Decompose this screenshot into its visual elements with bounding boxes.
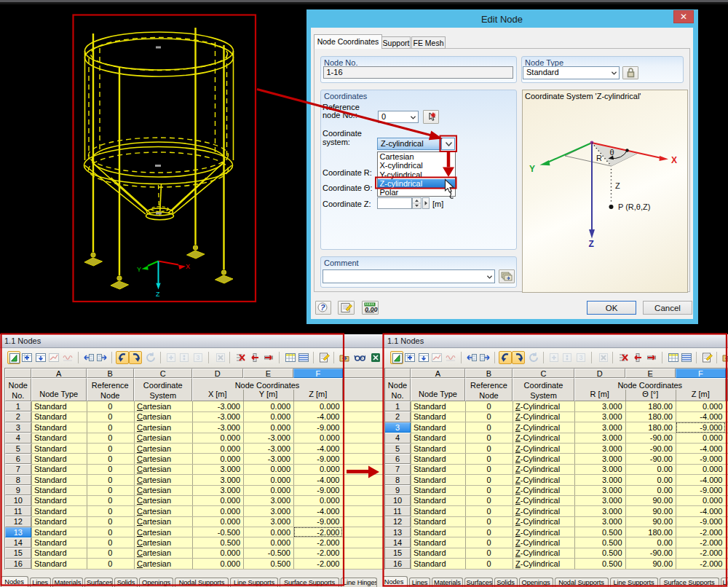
svg-text:Z: Z <box>156 291 160 298</box>
svg-text:X: X <box>671 155 677 165</box>
svg-text:Y: Y <box>529 164 535 174</box>
svg-text:3: 3 <box>196 354 199 361</box>
svg-text:θ: θ <box>610 148 614 157</box>
svg-text:0.00: 0.00 <box>365 306 378 313</box>
svg-text:R: R <box>596 154 602 162</box>
svg-text:X: X <box>186 263 190 270</box>
svg-text:3: 3 <box>579 354 582 361</box>
svg-text:P (R,θ,Z): P (R,θ,Z) <box>618 202 650 211</box>
svg-text:?: ? <box>320 303 325 312</box>
svg-text:Z: Z <box>589 239 594 249</box>
svg-text:Z: Z <box>615 181 620 190</box>
svg-text:Y: Y <box>137 266 141 273</box>
